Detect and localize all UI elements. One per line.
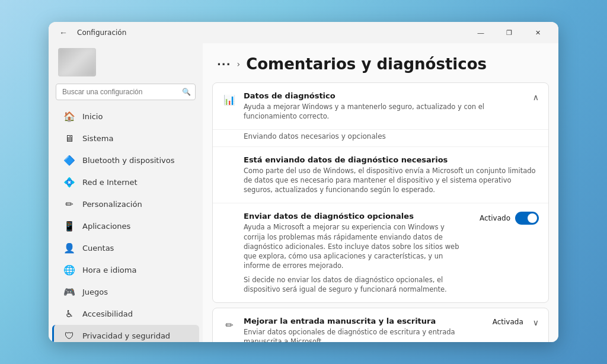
breadcrumb-chevron: › [237,59,241,69]
titlebar-left: ← Configuración [56,25,126,40]
inicio-nav-icon: 🏠 [63,110,75,122]
window-content: 🔍 🏠Inicio🖥Sistema🔷Bluetooth y dispositiv… [49,43,558,342]
manuscrita-desc: Enviar datos opcionales de diagnóstico d… [244,327,478,342]
sub-necesarios: Está enviando datos de diagnóstico neces… [213,146,548,203]
toggle-row: Activado [480,212,539,225]
maximize-button[interactable]: ❐ [496,23,523,42]
sidebar-item-accesibilidad[interactable]: ♿Accesibilidad [52,303,199,324]
toggle-thumb [528,213,537,223]
cuentas-nav-label: Cuentas [82,244,114,253]
sidebar-item-bluetooth[interactable]: 🔷Bluetooth y dispositivos [52,149,199,171]
accesibilidad-nav-icon: ♿ [63,308,75,320]
personalizacion-nav-icon: ✏️ [63,198,75,210]
sub-opcionales-text: Enviar datos de diagnóstico opcionales A… [244,212,465,294]
toggle-status: Activado [480,214,510,222]
sub-opcionales: Enviar datos de diagnóstico opcionales A… [213,203,548,302]
opcionales-toggle[interactable] [515,212,539,225]
accesibilidad-nav-label: Accesibilidad [82,309,133,318]
window-title: Configuración [77,28,126,37]
close-button[interactable]: ✕ [524,23,551,42]
settings-window: ← Configuración — ❐ ✕ 🔍 🏠Inicio🖥Sistema🔷… [49,22,558,342]
card-datos-diagnostico: 📊 Datos de diagnóstico Ayuda a mejorar W… [212,82,549,303]
manuscrita-icon: ✏️ [222,318,237,332]
privacidad-nav-icon: 🛡 [63,330,75,341]
user-avatar-area [49,43,203,81]
settings-panel: 📊 Datos de diagnóstico Ayuda a mejorar W… [203,82,558,342]
juegos-nav-icon: 🎮 [63,286,75,298]
main-content: ··· › Comentarios y diagnósticos 📊 Datos… [203,43,558,342]
sidebar-item-inicio[interactable]: 🏠Inicio [52,106,199,127]
manuscrita-status: Activada [493,318,523,326]
sidebar-item-sistema[interactable]: 🖥Sistema [52,127,199,149]
sidebar-item-red[interactable]: 💠Red e Internet [52,171,199,193]
breadcrumb-dots: ··· [217,58,231,71]
sistema-nav-label: Sistema [82,134,113,143]
titlebar: ← Configuración — ❐ ✕ [49,22,558,43]
hora-nav-icon: 🌐 [63,264,75,276]
bluetooth-nav-icon: 🔷 [63,154,75,166]
search-icon: 🔍 [182,88,191,96]
sub-necesarios-header: Está enviando datos de diagnóstico neces… [213,147,548,203]
sidebar-item-juegos[interactable]: 🎮Juegos [52,281,199,302]
privacidad-nav-label: Privacidad y seguridad [82,331,170,340]
sidebar-item-personalizacion[interactable]: ✏️Personalización [52,193,199,215]
card-datos-text: Datos de diagnóstico Ayuda a mejorar Win… [244,91,521,121]
manuscrita-chevron[interactable]: ∨ [533,318,539,327]
avatar [58,48,96,76]
sidebar-item-hora[interactable]: 🌐Hora e idioma [52,259,199,280]
titlebar-controls: — ❐ ✕ [467,23,551,42]
juegos-nav-label: Juegos [82,288,108,296]
card-datos-title: Datos de diagnóstico [244,91,521,100]
sidebar-item-cuentas[interactable]: 👤Cuentas [52,237,199,258]
personalizacion-nav-label: Personalización [82,200,142,209]
sidebar-item-privacidad[interactable]: 🛡Privacidad y seguridad [52,325,199,342]
manuscrita-text: Mejorar la entrada manuscrita y la escri… [244,317,478,342]
sub-necesarios-icon [222,157,237,171]
cuentas-nav-icon: 👤 [63,242,75,254]
bluetooth-nav-label: Bluetooth y dispositivos [82,156,174,165]
minimize-button[interactable]: — [467,23,494,42]
inicio-nav-label: Inicio [82,112,103,121]
search-box: 🔍 [56,84,196,100]
manuscrita-status-row: Activada ∨ [493,317,539,327]
sub-necesarios-desc: Como parte del uso de Windows, el dispos… [244,166,539,194]
manuscrita-title: Mejorar la entrada manuscrita y la escri… [244,317,478,325]
search-input[interactable] [56,84,196,100]
aplicaciones-nav-icon: 📱 [63,220,75,232]
sidebar-item-aplicaciones[interactable]: 📱Aplicaciones [52,215,199,237]
card-datos-desc: Ayuda a mejorar Windows y a mantenerlo s… [244,102,521,121]
card-datos-header[interactable]: 📊 Datos de diagnóstico Ayuda a mejorar W… [213,83,548,129]
diagnostico-icon: 📊 [222,92,237,107]
page-header: ··· › Comentarios y diagnósticos [203,43,558,82]
sub-opcionales-icon [222,213,237,227]
red-nav-label: Red e Internet [82,178,138,187]
card-datos-chevron[interactable]: ∧ [533,92,539,102]
sub-opcionales-desc-secondary: Si decide no enviar los datos de diagnós… [244,275,465,294]
hora-nav-label: Hora e idioma [82,266,136,274]
sub-opcionales-title: Enviar datos de diagnóstico opcionales [244,212,465,221]
aplicaciones-nav-label: Aplicaciones [82,222,130,231]
card-entrada-manuscrita: ✏️ Mejorar la entrada manuscrita y la es… [212,308,549,342]
sub-opcionales-desc-main: Ayuda a Microsoft a mejorar su experienc… [244,222,465,270]
sending-status: Enviando datos necesarios y opcionales [213,129,548,146]
nav-list: 🏠Inicio🖥Sistema🔷Bluetooth y dispositivos… [49,105,203,342]
sidebar: 🔍 🏠Inicio🖥Sistema🔷Bluetooth y dispositiv… [49,43,203,342]
sub-necesarios-title: Está enviando datos de diagnóstico neces… [244,155,539,164]
sistema-nav-icon: 🖥 [63,132,75,144]
page-title: Comentarios y diagnósticos [246,55,487,73]
sub-opcionales-header: Enviar datos de diagnóstico opcionales A… [213,203,548,302]
card-manuscrita-header[interactable]: ✏️ Mejorar la entrada manuscrita y la es… [213,308,548,342]
red-nav-icon: 💠 [63,176,75,188]
sub-necesarios-text: Está enviando datos de diagnóstico neces… [244,155,539,194]
back-button[interactable]: ← [56,25,71,40]
